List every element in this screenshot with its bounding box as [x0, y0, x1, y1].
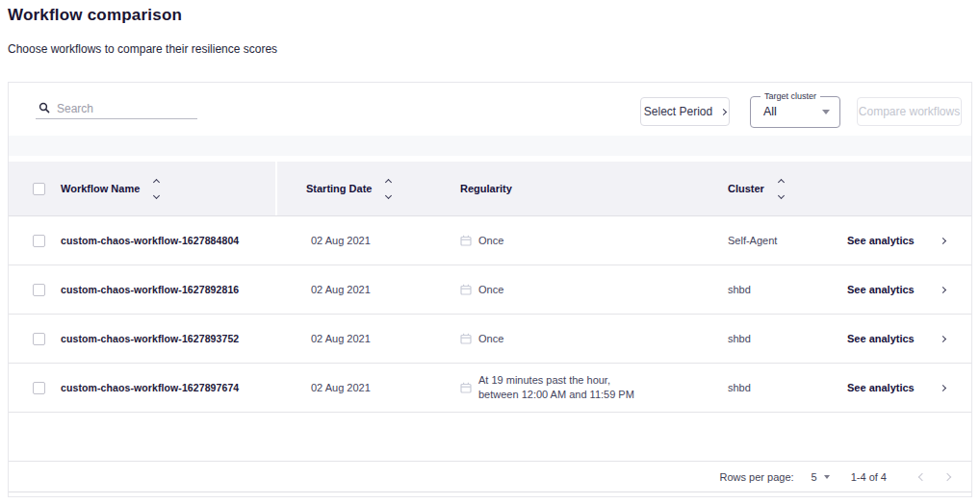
sort-ascending-icon[interactable]: [778, 178, 785, 185]
regularity-text: Once: [478, 333, 503, 344]
target-cluster-select[interactable]: Target cluster All: [750, 96, 840, 128]
select-all-checkbox[interactable]: [33, 183, 45, 195]
search-input[interactable]: [57, 102, 182, 115]
calendar-icon: [460, 235, 472, 246]
column-label: Regularity: [460, 183, 512, 194]
sort-control[interactable]: [154, 180, 159, 198]
see-analytics-label: See analytics: [847, 382, 915, 393]
column-label: Starting Date: [306, 183, 372, 194]
row-checkbox[interactable]: [33, 382, 45, 394]
column-header-workflow-name[interactable]: Workflow Name: [61, 162, 159, 215]
starting-date: 02 Aug 2021: [311, 364, 371, 412]
rows-per-page-label: Rows per page:: [720, 471, 794, 483]
select-period-button[interactable]: Select Period: [640, 97, 730, 126]
sort-descending-icon[interactable]: [778, 191, 785, 198]
target-cluster-value: All: [763, 105, 777, 118]
regularity-text: Once: [478, 284, 503, 295]
sort-ascending-icon[interactable]: [385, 178, 392, 185]
regularity-text: Once: [478, 235, 503, 246]
chevron-right-icon: [720, 109, 727, 115]
select-period-label: Select Period: [644, 105, 712, 118]
table-header: Workflow Name Starting Date Regularity C…: [9, 162, 971, 216]
table-row: custom-chaos-workflow-1627897674 02 Aug …: [9, 364, 971, 413]
cluster-name: shbd: [728, 265, 751, 314]
see-analytics-label: See analytics: [847, 333, 915, 344]
see-analytics-button[interactable]: See analytics: [847, 364, 945, 412]
calendar-icon: [460, 333, 472, 344]
table-row: custom-chaos-workflow-1627884804 02 Aug …: [9, 216, 971, 265]
workflow-name: custom-chaos-workflow-1627897674: [61, 364, 239, 412]
next-page-button[interactable]: [935, 465, 960, 490]
see-analytics-button[interactable]: See analytics: [847, 216, 945, 265]
search-icon: [39, 102, 50, 113]
calendar-icon: [460, 284, 472, 295]
toolbar-divider-band: [9, 136, 971, 156]
chevron-right-icon: [940, 286, 946, 292]
pagination-range: 1-4 of 4: [851, 471, 887, 483]
regularity-line-2: between 12:00 AM and 11:59 PM: [478, 389, 634, 401]
cluster-name: Self-Agent: [728, 216, 777, 265]
table-row: custom-chaos-workflow-1627892816 02 Aug …: [9, 265, 971, 315]
workflow-name: custom-chaos-workflow-1627893752: [61, 315, 239, 363]
column-header-cluster[interactable]: Cluster: [728, 162, 784, 215]
pagination: Rows per page: 5 1-4 of 4: [720, 462, 960, 491]
toolbar: Select Period Target cluster All Compare…: [9, 83, 971, 137]
dropdown-arrow-icon: [822, 110, 830, 114]
regularity-cell: Once: [460, 315, 503, 363]
cluster-name: shbd: [728, 315, 751, 363]
see-analytics-button[interactable]: See analytics: [847, 265, 945, 314]
page-subtitle: Choose workflows to compare their resili…: [8, 42, 277, 56]
starting-date: 02 Aug 2021: [311, 216, 371, 265]
row-checkbox[interactable]: [33, 235, 45, 247]
regularity-cell: Once: [460, 216, 503, 265]
workflow-name: custom-chaos-workflow-1627892816: [61, 265, 239, 314]
rows-per-page-value: 5: [812, 471, 817, 483]
starting-date: 02 Aug 2021: [311, 265, 371, 314]
row-checkbox[interactable]: [33, 333, 45, 345]
regularity-cell: At 19 minutes past the hour, between 12:…: [460, 364, 634, 412]
see-analytics-label: See analytics: [847, 284, 915, 295]
sort-control[interactable]: [386, 180, 391, 198]
chevron-left-icon: [918, 472, 926, 480]
chevron-right-icon: [943, 472, 951, 480]
table-bottom-border: [9, 491, 971, 492]
see-analytics-button[interactable]: See analytics: [847, 315, 945, 363]
chevron-right-icon: [940, 237, 946, 243]
search-field[interactable]: [36, 99, 197, 119]
chevron-right-icon: [940, 384, 946, 391]
regularity-line-1: At 19 minutes past the hour,: [478, 374, 634, 387]
column-header-regularity: Regularity: [460, 162, 512, 215]
row-checkbox[interactable]: [33, 284, 45, 296]
regularity-text: At 19 minutes past the hour, between 12:…: [478, 374, 634, 401]
previous-page-button[interactable]: [910, 465, 935, 490]
regularity-cell: Once: [460, 265, 503, 314]
target-cluster-label: Target cluster: [761, 91, 820, 101]
sort-control[interactable]: [779, 180, 784, 198]
dropdown-arrow-icon: [824, 475, 830, 479]
sort-descending-icon[interactable]: [153, 191, 160, 198]
rows-per-page-select[interactable]: 5: [812, 471, 830, 483]
sort-ascending-icon[interactable]: [153, 178, 160, 185]
column-label: Workflow Name: [61, 183, 140, 194]
page-title: Workflow comparison: [8, 6, 182, 25]
workflow-name: custom-chaos-workflow-1627884804: [61, 216, 239, 265]
table-body: custom-chaos-workflow-1627884804 02 Aug …: [9, 216, 971, 413]
column-divider: [275, 162, 277, 215]
column-label: Cluster: [728, 183, 764, 194]
workflow-comparison-card: Select Period Target cluster All Compare…: [8, 82, 972, 497]
compare-workflows-button[interactable]: Compare workflows: [857, 97, 962, 126]
column-header-starting-date[interactable]: Starting Date: [306, 162, 391, 215]
starting-date: 02 Aug 2021: [311, 315, 371, 363]
chevron-right-icon: [940, 335, 946, 341]
see-analytics-label: See analytics: [847, 235, 915, 246]
calendar-icon: [460, 382, 472, 393]
table-row: custom-chaos-workflow-1627893752 02 Aug …: [9, 315, 971, 364]
compare-workflows-label: Compare workflows: [859, 105, 960, 118]
sort-descending-icon[interactable]: [385, 191, 392, 198]
cluster-name: shbd: [728, 364, 751, 412]
